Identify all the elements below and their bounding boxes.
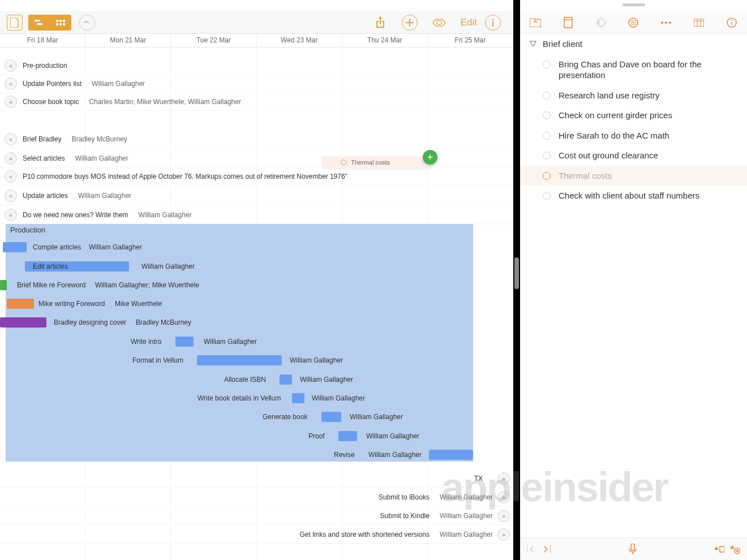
scroll-left-icon[interactable]: « (5, 170, 17, 183)
outline-item[interactable]: Thermal costs (520, 166, 747, 186)
scroll-left-icon[interactable]: « (5, 133, 17, 145)
indent-icon[interactable] (542, 545, 551, 553)
checkbox-icon[interactable] (543, 92, 551, 100)
svg-point-20 (665, 21, 667, 24)
outline-list[interactable]: Brief client Bring Chas and Dave on boar… (520, 34, 747, 537)
scroll-right-icon[interactable]: » (497, 472, 510, 485)
view-icon[interactable] (431, 15, 447, 31)
task-row[interactable]: « Pre-production (0, 57, 513, 75)
info-icon[interactable] (725, 16, 738, 29)
task-row[interactable]: « Update articles William Gallagher (0, 187, 513, 205)
checkbox-icon[interactable] (543, 192, 551, 200)
view-toggle[interactable] (28, 15, 71, 31)
slide-over-handle[interactable] (622, 3, 645, 6)
scroll-left-icon[interactable]: « (5, 96, 17, 108)
task-bar[interactable] (7, 299, 34, 309)
task-label: Brief Bradley (23, 135, 62, 143)
outline-parent[interactable]: Brief client (520, 34, 747, 54)
outline-item-label: Thermal costs (559, 170, 738, 182)
scroll-right-icon[interactable]: » (497, 491, 510, 503)
task-bar[interactable] (280, 374, 292, 385)
info-button[interactable] (485, 15, 501, 31)
task-label: Proof (308, 432, 325, 440)
gantt-view-button[interactable] (28, 15, 50, 31)
scroll-left-icon[interactable]: « (5, 152, 17, 165)
columns-icon[interactable] (693, 16, 705, 29)
undo-button[interactable] (79, 15, 95, 31)
documents-icon[interactable] (7, 15, 23, 31)
add-button[interactable] (402, 15, 418, 31)
task-bar[interactable] (0, 317, 46, 328)
outline-item[interactable]: Check on current girder prices (520, 105, 747, 126)
scroll-left-icon[interactable]: « (5, 189, 17, 202)
checkbox-icon[interactable] (543, 61, 551, 68)
svg-rect-5 (59, 20, 62, 22)
task-label: Generate book (263, 413, 307, 421)
mic-icon[interactable] (629, 544, 637, 555)
task-bar[interactable] (0, 280, 7, 290)
task-label: Update articles (23, 192, 68, 200)
task-bar[interactable] (338, 431, 357, 441)
task-label: Write book details in Vellum (198, 394, 281, 402)
scroll-left-icon[interactable]: « (5, 59, 17, 72)
share-icon[interactable] (372, 15, 388, 31)
scroll-right-icon[interactable]: » (497, 528, 510, 541)
edit-button[interactable]: Edit (461, 17, 477, 28)
date-col: Tue 22 Mar (171, 34, 256, 47)
checkbox-icon[interactable] (543, 132, 551, 140)
checkbox-icon[interactable] (543, 152, 551, 160)
date-col: Fri 25 Mar (428, 34, 513, 47)
task-label: Brief Mike re Foreword (17, 281, 85, 289)
outdent-icon[interactable] (527, 545, 536, 553)
task-bar[interactable] (429, 450, 473, 460)
task-row[interactable]: « Do we need new ones? Write them Willia… (0, 206, 513, 224)
task-label: Pre-production (23, 62, 67, 70)
task-row[interactable]: Submit to KindleWilliam Gallagher» (0, 507, 513, 525)
task-label: Allocate ISBN (224, 376, 266, 384)
task-row[interactable]: Submit to iBooksWilliam Gallagher» (0, 488, 513, 506)
task-row[interactable]: Get links and store with shortened versi… (0, 525, 513, 544)
add-task-fab[interactable]: + (423, 150, 437, 165)
task-bar[interactable] (3, 242, 27, 252)
task-row[interactable]: « Choose book topic Charles Martin; Mike… (0, 93, 513, 111)
disclosure-triangle-icon[interactable] (529, 40, 537, 48)
production-header: Production (10, 224, 45, 235)
undo-icon[interactable] (595, 16, 607, 29)
task-row[interactable]: « Brief Bradley Bradley McBurney (0, 130, 513, 148)
task-bar[interactable] (321, 412, 341, 422)
checkbox-icon[interactable] (543, 111, 551, 119)
move-up-icon[interactable] (714, 545, 724, 553)
assignee: Mike Wuerthele (115, 300, 162, 308)
task-bar[interactable] (292, 393, 304, 403)
task-label: Mike writing Foreword (38, 300, 105, 308)
outline-item[interactable]: Hire Sarah to do the AC math (520, 126, 747, 146)
split-divider[interactable] (513, 0, 520, 560)
scroll-left-icon[interactable]: « (5, 209, 17, 221)
calendar-view-button[interactable] (50, 15, 71, 31)
outline-item[interactable]: Bring Chas and Dave on board for the pre… (520, 54, 747, 85)
gantt-app: Edit Fri 18 Mar Mon 21 Mar Tue 22 Mar We… (0, 0, 513, 560)
task-row[interactable]: « P10 commodore buys MOS instead of Appl… (0, 167, 513, 186)
note-icon[interactable] (562, 16, 574, 29)
drag-handle-icon[interactable]: ⋮⋮ (326, 160, 337, 166)
checkbox-icon[interactable] (543, 172, 551, 180)
task-bar[interactable] (175, 337, 194, 347)
task-bar[interactable] (197, 355, 282, 365)
task-row[interactable]: TX» (0, 469, 513, 488)
folder-icon[interactable] (529, 16, 542, 29)
more-icon[interactable] (660, 16, 672, 29)
floating-new-task[interactable]: ⋮⋮ Thermal costs (323, 156, 431, 169)
divider-handle[interactable] (514, 257, 519, 289)
scroll-right-icon[interactable]: » (497, 510, 510, 522)
outline-item[interactable]: Check with client about staff numbers (520, 186, 747, 206)
outline-app: Brief client Bring Chas and Dave on boar… (520, 0, 747, 560)
add-row-icon[interactable] (730, 544, 740, 554)
gantt-body[interactable]: « Pre-production « Update Pointers list … (0, 48, 513, 560)
scroll-left-icon[interactable]: « (5, 77, 17, 90)
outline-icon[interactable] (627, 16, 639, 29)
task-row[interactable]: « Update Pointers list William Gallagher (0, 75, 513, 93)
outline-item[interactable]: Cost out ground clearance (520, 145, 747, 166)
outline-item[interactable]: Research land use registry (520, 85, 747, 106)
date-col: Thu 24 Mar (342, 34, 428, 47)
svg-point-27 (731, 20, 732, 21)
